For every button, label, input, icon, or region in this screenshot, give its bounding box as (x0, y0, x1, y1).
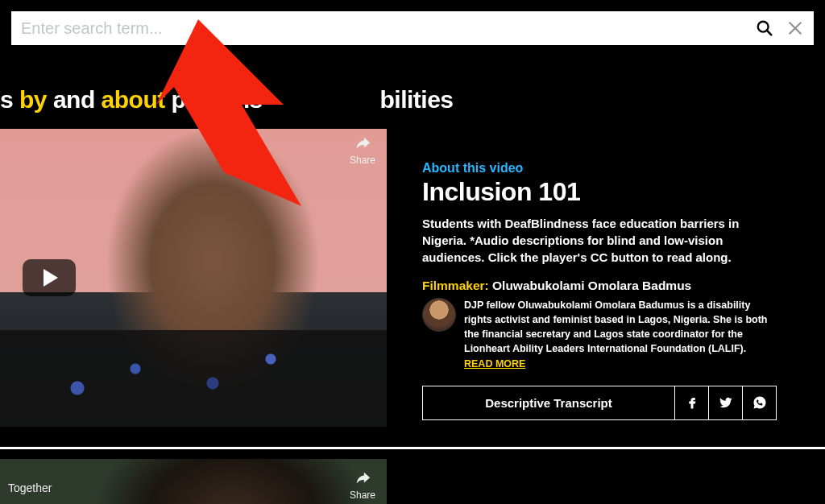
search-bar (11, 11, 814, 45)
headline-bilities: bilities (379, 86, 453, 113)
video-row-1: Share About this video Inclusion 101 Stu… (0, 129, 825, 435)
share-icon (354, 135, 371, 153)
about-label: About this video (422, 161, 777, 176)
twitter-icon (719, 395, 733, 410)
share-icon (354, 470, 371, 488)
filmmaker-name: Oluwabukolami Omolara Badmus (492, 279, 691, 292)
headline-persons: persons (172, 86, 263, 113)
action-button-row: Descriptive Transcript (422, 386, 777, 420)
search-icon[interactable] (756, 19, 773, 37)
svg-line-1 (767, 31, 771, 35)
bio-text: DJP fellow Oluwabukolami Omolara Badumus… (464, 300, 767, 354)
video2-overlay-text: Together (8, 481, 52, 494)
video-description: Students with DeafBlindness face educati… (422, 215, 777, 266)
filmmaker-line: Filmmaker: Oluwabukolami Omolara Badmus (422, 279, 777, 293)
share-button[interactable]: Share (350, 135, 375, 166)
filmmaker-bio-row: DJP fellow Oluwabukolami Omolara Badumus… (422, 298, 777, 371)
filmmaker-bio: DJP fellow Oluwabukolami Omolara Badumus… (464, 298, 777, 371)
headline-by: by (19, 86, 47, 113)
share-button-2[interactable]: Share (350, 470, 375, 501)
facebook-share-button[interactable] (675, 386, 709, 420)
share-label-2: Share (350, 490, 375, 501)
facebook-icon (685, 395, 699, 410)
whatsapp-icon (752, 395, 767, 410)
video-title: Inclusion 101 (422, 177, 777, 207)
play-button[interactable] (23, 259, 76, 296)
headline-and: and (53, 86, 95, 113)
read-more-link[interactable]: READ MORE (464, 358, 525, 370)
share-label: Share (350, 155, 375, 166)
headline-about: about (102, 86, 165, 113)
video-player[interactable]: Share (0, 129, 387, 427)
section-divider (0, 447, 825, 449)
close-icon[interactable] (786, 19, 804, 37)
avatar (422, 298, 456, 332)
headline-prefix: s (0, 86, 19, 113)
descriptive-transcript-button[interactable]: Descriptive Transcript (422, 386, 675, 420)
filmmaker-label: Filmmaker: (422, 279, 489, 292)
video-row-2[interactable]: Together Share (0, 459, 387, 504)
page-headline: s by and about persons bilities (0, 81, 458, 119)
search-input[interactable] (21, 19, 756, 38)
whatsapp-share-button[interactable] (743, 386, 777, 420)
video-meta: About this video Inclusion 101 Students … (387, 129, 825, 435)
twitter-share-button[interactable] (709, 386, 743, 420)
